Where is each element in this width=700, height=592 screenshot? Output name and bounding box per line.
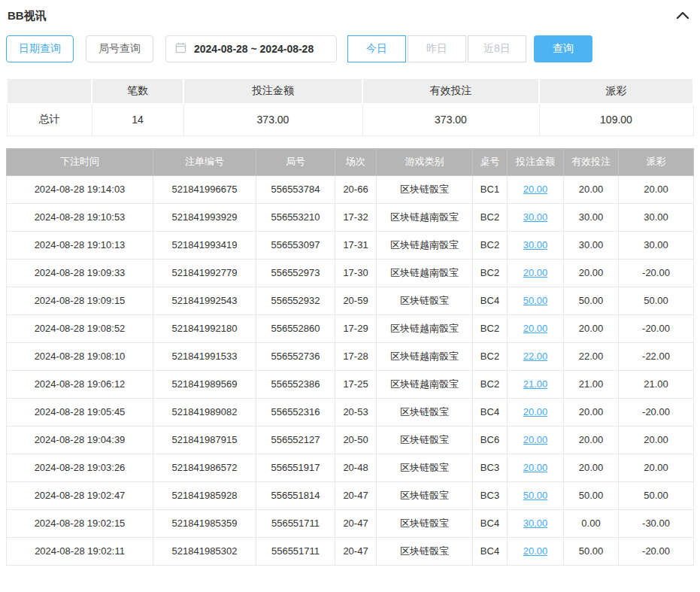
cell-bet: 20.00	[508, 426, 564, 454]
cell-payout: -22.00	[619, 342, 694, 370]
quick-yesterday-button[interactable]: 昨日	[408, 35, 466, 62]
bet-amount-link[interactable]: 20.00	[523, 406, 548, 417]
cell-table_no: BC3	[473, 454, 508, 481]
cell-payout: -20.00	[619, 314, 694, 342]
quick-today-button[interactable]: 今日	[347, 35, 406, 62]
bet-amount-link[interactable]: 22.00	[523, 351, 548, 362]
cell-payout: 20.00	[619, 454, 694, 481]
cell-payout: -20.00	[619, 259, 694, 287]
search-button[interactable]: 查询	[534, 35, 592, 62]
table-row: 2024-08-28 19:03:26521841986572556551917…	[7, 454, 694, 481]
cell-session: 17-28	[335, 342, 377, 370]
cell-bet_id: 521841993419	[153, 231, 256, 259]
summary-bet-amount-value: 373.00	[183, 104, 362, 135]
bet-amount-link[interactable]: 20.00	[523, 323, 548, 334]
cell-table_no: BC2	[473, 259, 508, 287]
bet-amount-link[interactable]: 21.00	[523, 378, 548, 390]
cell-bet_id: 521841989569	[153, 370, 256, 398]
bet-amount-link[interactable]: 20.00	[523, 434, 548, 445]
table-row: 2024-08-28 19:10:13521841993419556553097…	[7, 231, 694, 259]
cell-valid: 50.00	[564, 537, 619, 565]
table-row: 2024-08-28 19:09:15521841992543556552932…	[7, 287, 694, 314]
cell-bet_id: 521841992543	[153, 287, 256, 314]
cell-game: 区块链骰宝	[377, 509, 473, 537]
cell-session: 17-29	[335, 314, 377, 342]
collapse-button[interactable]	[674, 9, 691, 23]
cell-session: 20-47	[335, 537, 377, 565]
cell-bet_id: 521841985302	[153, 537, 256, 565]
cell-table_no: BC2	[473, 203, 508, 231]
cell-bet_id: 521841986572	[153, 454, 256, 481]
records-table: 下注时间 注单编号 局号 场次 游戏类别 桌号 投注金额 有效投注 派彩 202…	[6, 148, 694, 566]
cell-valid: 20.00	[564, 454, 619, 481]
records-header-row: 下注时间 注单编号 局号 场次 游戏类别 桌号 投注金额 有效投注 派彩	[7, 148, 694, 175]
bet-amount-link[interactable]: 20.00	[523, 184, 548, 195]
cell-time: 2024-08-28 19:06:12	[7, 370, 153, 398]
header-table-number: 桌号	[473, 148, 508, 175]
cell-bet: 50.00	[508, 287, 564, 314]
cell-payout: 21.00	[619, 370, 694, 398]
cell-game: 区块链越南骰宝	[377, 203, 473, 231]
header-payout: 派彩	[619, 148, 694, 175]
cell-table_no: BC3	[473, 481, 508, 509]
cell-bet_id: 521841993929	[153, 203, 256, 231]
cell-table_no: BC4	[473, 537, 508, 565]
table-row: 2024-08-28 19:04:39521841987915556552127…	[7, 426, 694, 454]
bet-amount-link[interactable]: 20.00	[523, 545, 548, 557]
round-query-button[interactable]: 局号查询	[86, 35, 153, 62]
bet-amount-link[interactable]: 30.00	[523, 211, 548, 223]
cell-payout: 50.00	[619, 481, 694, 509]
bet-amount-link[interactable]: 20.00	[523, 267, 548, 278]
cell-round: 556552736	[256, 342, 335, 370]
cell-game: 区块链骰宝	[377, 454, 473, 481]
cell-round: 556551711	[256, 537, 335, 565]
header-bet-id: 注单编号	[153, 148, 256, 175]
table-row: 2024-08-28 19:08:52521841992180556552860…	[7, 314, 694, 342]
cell-payout: 50.00	[619, 287, 694, 314]
summary-total-label: 总计	[7, 104, 92, 135]
bet-amount-link[interactable]: 30.00	[523, 239, 548, 250]
quick-last8-button[interactable]: 近8日	[468, 35, 526, 62]
cell-round: 556552127	[256, 426, 335, 454]
header-bet-amount: 投注金额	[508, 148, 564, 175]
cell-valid: 30.00	[564, 231, 619, 259]
cell-session: 20-47	[335, 481, 377, 509]
cell-game: 区块链越南骰宝	[377, 314, 473, 342]
date-range-input[interactable]: 2024-08-28 ~ 2024-08-28	[165, 35, 337, 62]
panel-header: BB视讯	[6, 6, 694, 28]
table-row: 2024-08-28 19:09:33521841992779556552973…	[7, 259, 694, 287]
bet-amount-link[interactable]: 20.00	[523, 462, 548, 473]
cell-bet: 21.00	[508, 370, 564, 398]
bet-amount-link[interactable]: 30.00	[523, 518, 548, 529]
date-range-value: 2024-08-28 ~ 2024-08-28	[194, 43, 314, 55]
bet-amount-link[interactable]: 50.00	[523, 295, 548, 306]
cell-valid: 20.00	[564, 426, 619, 454]
cell-round: 556552973	[256, 259, 335, 287]
page-title: BB视讯	[8, 9, 47, 23]
cell-game: 区块链骰宝	[377, 175, 473, 203]
table-row: 2024-08-28 19:02:15521841985359556551711…	[7, 509, 694, 537]
bet-amount-link[interactable]: 50.00	[523, 490, 548, 501]
cell-bet_id: 521841991533	[153, 342, 256, 370]
cell-valid: 30.00	[564, 203, 619, 231]
cell-round: 556552932	[256, 287, 335, 314]
summary-count-value: 14	[92, 104, 183, 135]
cell-round: 556553097	[256, 231, 335, 259]
cell-bet: 20.00	[508, 314, 564, 342]
cell-payout: 30.00	[619, 203, 694, 231]
cell-session: 17-25	[335, 370, 377, 398]
cell-time: 2024-08-28 19:02:15	[7, 509, 153, 537]
table-row: 2024-08-28 19:10:53521841993929556553210…	[7, 203, 694, 231]
cell-game: 区块链骰宝	[377, 537, 473, 565]
cell-game: 区块链越南骰宝	[377, 259, 473, 287]
cell-payout: -30.00	[619, 509, 694, 537]
cell-table_no: BC2	[473, 314, 508, 342]
cell-valid: 20.00	[564, 175, 619, 203]
cell-session: 17-31	[335, 231, 377, 259]
table-row: 2024-08-28 19:08:10521841991533556552736…	[7, 342, 694, 370]
date-query-button[interactable]: 日期查询	[6, 35, 74, 62]
cell-bet_id: 521841992180	[153, 314, 256, 342]
cell-payout: 20.00	[619, 426, 694, 454]
summary-header-row: 笔数 投注金额 有效投注 派彩	[7, 78, 693, 104]
cell-valid: 0.00	[564, 509, 619, 537]
